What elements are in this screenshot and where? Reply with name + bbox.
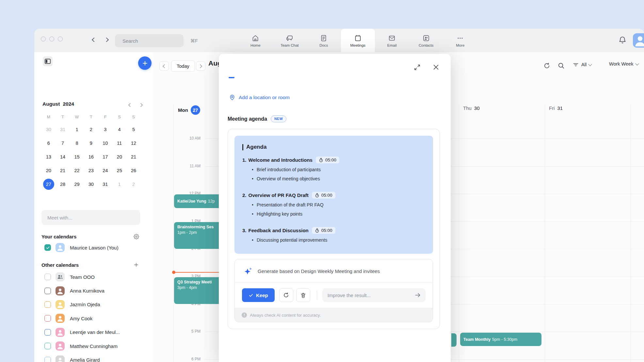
notifications-bell-icon[interactable] xyxy=(618,36,627,44)
window-minimize-control[interactable] xyxy=(49,37,54,41)
add-location-link[interactable]: Add a location or room xyxy=(239,95,290,100)
mini-calendar-next-button[interactable] xyxy=(139,102,142,106)
mini-calendar-day[interactable]: 14 xyxy=(56,150,70,164)
user-avatar[interactable] xyxy=(633,33,644,48)
time-gutter-label: 5 PM xyxy=(175,329,201,334)
calendar-checkbox[interactable] xyxy=(44,301,51,308)
mini-calendar-day[interactable]: 3 xyxy=(98,123,112,136)
calendar-search-icon[interactable] xyxy=(557,62,565,70)
mini-calendar-day[interactable]: 5 xyxy=(126,123,140,136)
keep-button[interactable]: Keep xyxy=(242,288,275,302)
calendar-list-item[interactable]: Amelia Girard xyxy=(41,353,149,362)
mini-calendar-day[interactable]: 20 xyxy=(112,150,126,164)
mini-calendar-day[interactable]: 11 xyxy=(112,136,126,150)
mini-calendar-day[interactable]: 27 xyxy=(41,177,56,191)
calendar-checkbox[interactable] xyxy=(44,288,51,294)
mini-calendar-day[interactable]: 16 xyxy=(84,150,98,164)
mini-calendar-day[interactable]: 25 xyxy=(112,164,126,177)
history-forward-button[interactable] xyxy=(104,38,109,42)
tab-home[interactable]: Home xyxy=(238,29,273,52)
sidebar-toggle-button[interactable] xyxy=(43,56,53,66)
mini-calendar-day[interactable]: 12 xyxy=(126,136,140,150)
mini-calendar-day[interactable]: 7 xyxy=(56,136,70,150)
calendar-checkbox[interactable] xyxy=(44,244,51,251)
tab-contacts[interactable]: Contacts xyxy=(409,29,443,52)
calendar-list-item[interactable]: Jazmín Ojeda xyxy=(41,298,149,311)
tab-email[interactable]: Email xyxy=(375,29,409,52)
window-zoom-control[interactable] xyxy=(58,37,63,41)
global-search[interactable]: ⌘F xyxy=(115,34,184,47)
add-location-row[interactable]: Add a location or room xyxy=(229,94,290,101)
calendar-settings-gear-icon[interactable] xyxy=(133,233,139,240)
mini-calendar-day[interactable]: 31 xyxy=(98,177,112,191)
prev-period-button[interactable] xyxy=(159,61,169,71)
next-period-button[interactable] xyxy=(196,61,205,71)
close-modal-icon[interactable] xyxy=(432,63,440,71)
mini-calendar-prev-button[interactable] xyxy=(129,102,132,106)
mini-calendar-day[interactable]: 8 xyxy=(70,136,84,150)
improve-result-input[interactable] xyxy=(328,293,414,298)
calendar-filter-dropdown[interactable]: All xyxy=(572,61,591,68)
mini-calendar-day[interactable]: 1 xyxy=(112,177,126,191)
mini-calendar-day[interactable]: 30 xyxy=(41,123,56,136)
day-header-fri[interactable]: Fri 31 xyxy=(549,105,563,111)
calendar-checkbox[interactable] xyxy=(44,329,51,336)
mini-calendar-day[interactable]: 13 xyxy=(41,150,56,164)
agenda-content-block[interactable]: Agenda 1.Welcome and Introductions05:00•… xyxy=(234,136,433,254)
mini-calendar-day[interactable]: 20 xyxy=(41,164,56,177)
improve-result-field[interactable] xyxy=(322,288,426,302)
event-team-monthly[interactable]: Team Monthly5pm - 5:30pm xyxy=(460,333,541,346)
add-calendar-plus-icon[interactable] xyxy=(133,262,139,268)
mini-calendar-day[interactable]: 15 xyxy=(70,150,84,164)
history-back-button[interactable] xyxy=(92,38,96,42)
mini-calendar-day[interactable]: 22 xyxy=(70,164,84,177)
mini-calendar-day[interactable]: 10 xyxy=(98,136,112,150)
mini-calendar-day[interactable]: 23 xyxy=(84,164,98,177)
calendar-checkbox[interactable] xyxy=(44,343,51,349)
refresh-icon[interactable] xyxy=(543,62,551,70)
mini-calendar-day[interactable]: 2 xyxy=(126,177,140,191)
meet-with-field[interactable] xyxy=(41,210,140,225)
day-header-mon[interactable]: Mon 27 xyxy=(178,105,200,115)
today-button[interactable]: Today xyxy=(171,60,195,72)
create-event-button[interactable] xyxy=(138,56,152,70)
calendar-list-item[interactable]: Leentje van der Meul... xyxy=(41,325,149,339)
mini-calendar-day[interactable]: 31 xyxy=(56,123,70,136)
mini-calendar-day[interactable]: 21 xyxy=(126,150,140,164)
calendar-list-item[interactable]: Matthew Cunningham xyxy=(41,339,149,353)
search-input[interactable] xyxy=(122,38,187,44)
mini-calendar-day[interactable]: 30 xyxy=(84,177,98,191)
expand-modal-icon[interactable] xyxy=(413,63,421,71)
mini-calendar-day[interactable]: 6 xyxy=(41,136,56,150)
mini-calendar-day[interactable]: 4 xyxy=(112,123,126,136)
tab-docs[interactable]: Docs xyxy=(307,29,341,52)
view-switcher-dropdown[interactable]: Work Week xyxy=(609,61,638,67)
discard-button[interactable] xyxy=(296,288,310,302)
mini-calendar-day[interactable]: 29 xyxy=(70,177,84,191)
calendar-list-item[interactable]: Maurice Lawson (You) xyxy=(41,241,149,254)
calendar-list-item[interactable]: Anna Kurnikova xyxy=(41,284,149,297)
mini-calendar-day[interactable]: 24 xyxy=(98,164,112,177)
tab-team-chat[interactable]: Team Chat xyxy=(273,29,307,52)
window-close-control[interactable] xyxy=(41,37,46,41)
mini-calendar-day[interactable]: 2 xyxy=(84,123,98,136)
calendar-checkbox[interactable] xyxy=(44,274,51,280)
regenerate-button[interactable] xyxy=(279,288,293,302)
meet-with-input[interactable] xyxy=(47,215,134,220)
day-header-thu[interactable]: Thu 30 xyxy=(463,105,480,111)
ai-assistant-widget: Generate based on Design Weekly Meeting … xyxy=(234,259,433,322)
tab-more[interactable]: More xyxy=(443,29,477,52)
mini-calendar-day[interactable]: 17 xyxy=(98,150,112,164)
calendar-list-item[interactable]: Team OOO xyxy=(41,270,149,284)
mini-calendar-day[interactable]: 26 xyxy=(126,164,140,177)
mini-calendar-day[interactable]: 9 xyxy=(84,136,98,150)
mini-calendar-day[interactable]: 1 xyxy=(70,123,84,136)
mini-calendar-day[interactable]: 21 xyxy=(56,164,70,177)
calendar-checkbox[interactable] xyxy=(44,315,51,322)
submit-arrow-icon[interactable] xyxy=(414,292,421,298)
tab-meetings[interactable]: Meetings xyxy=(341,29,375,52)
mini-calendar-day[interactable]: 28 xyxy=(56,177,70,191)
calendar-checkbox[interactable] xyxy=(44,357,51,362)
event-partial-hidden[interactable] xyxy=(451,333,457,347)
calendar-list-item[interactable]: Amy Cook xyxy=(41,311,149,325)
